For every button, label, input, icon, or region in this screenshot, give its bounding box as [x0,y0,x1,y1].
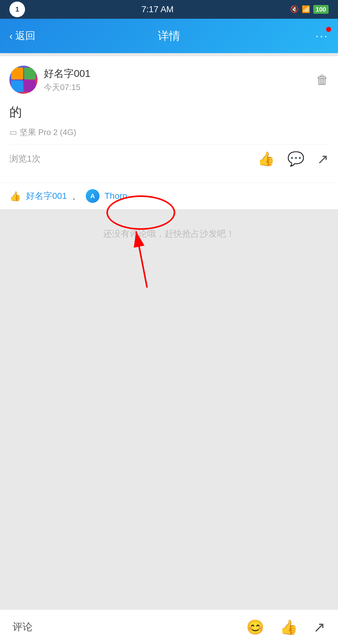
empty-comments-area: 还没有评论哦，赶快抢占沙发吧！ [0,209,338,459]
back-chevron-icon: ‹ [9,30,13,42]
bottom-like-button[interactable]: 👍 [280,619,298,636]
share-button[interactable]: ↗ [317,151,329,167]
notification-badge: 1 [9,2,25,17]
back-button[interactable]: ‹ 返回 [9,29,35,43]
more-button[interactable]: ··· [315,29,329,43]
liker1-name[interactable]: 好名字001 [26,190,67,202]
page-title: 详情 [158,28,180,44]
like-thumb-icon: 👍 [9,191,21,202]
device-icon: ▭ [9,128,17,137]
emoji-button[interactable]: 😊 [246,619,264,636]
post-device: ▭ 坚果 Pro 2 (4G) [9,127,329,138]
liker2-name[interactable]: Thorn [105,191,127,201]
post-header-left: 好名字001 今天07:15 [9,66,90,94]
bottom-share-button[interactable]: ↗ [313,619,325,636]
mute-icon: 🔇 [290,5,299,13]
delete-button[interactable]: 🗑 [316,73,329,87]
notification-dot [326,27,331,32]
signal-icon: 📶 [302,5,310,13]
post-username[interactable]: 好名字001 [44,67,90,81]
nav-bar: ‹ 返回 详情 ··· [0,19,338,53]
post-time: 今天07:15 [44,82,90,93]
like-button[interactable]: 👍 [258,151,275,167]
status-time: 7:17 AM [141,4,174,14]
view-count: 浏览1次 [9,153,41,165]
liker2-avatar: A [86,189,100,203]
post-card: 好名字001 今天07:15 🗑 的 ▭ 坚果 Pro 2 (4G) 浏览1次 … [0,56,338,183]
battery-icon: 100 [313,5,329,13]
device-name: 坚果 Pro 2 (4G) [20,127,76,138]
comment-input-button[interactable]: 评论 [13,620,33,634]
status-right: 🔇 📶 100 [290,5,329,13]
action-icons: 👍 💬 ↗ [258,151,329,167]
bottom-actions: 😊 👍 ↗ [246,619,325,636]
status-bar: 1 7:17 AM 🔇 📶 100 [0,0,338,19]
post-user-info: 好名字001 今天07:15 [44,67,90,93]
empty-comments-text: 还没有评论哦，赶快抢占沙发吧！ [9,228,329,240]
post-header: 好名字001 今天07:15 🗑 [9,66,329,94]
liker-separator: 、 [72,190,81,202]
bottom-bar: 评论 😊 👍 ↗ [0,610,338,644]
post-stats: 浏览1次 👍 💬 ↗ [9,144,329,173]
avatar [9,66,38,94]
post-content: 的 [9,103,329,121]
more-dots-label: ··· [315,29,329,42]
comment-button[interactable]: 💬 [287,151,305,167]
likes-section: 👍 好名字001 、 A Thorn [0,183,338,209]
back-label: 返回 [15,29,35,43]
